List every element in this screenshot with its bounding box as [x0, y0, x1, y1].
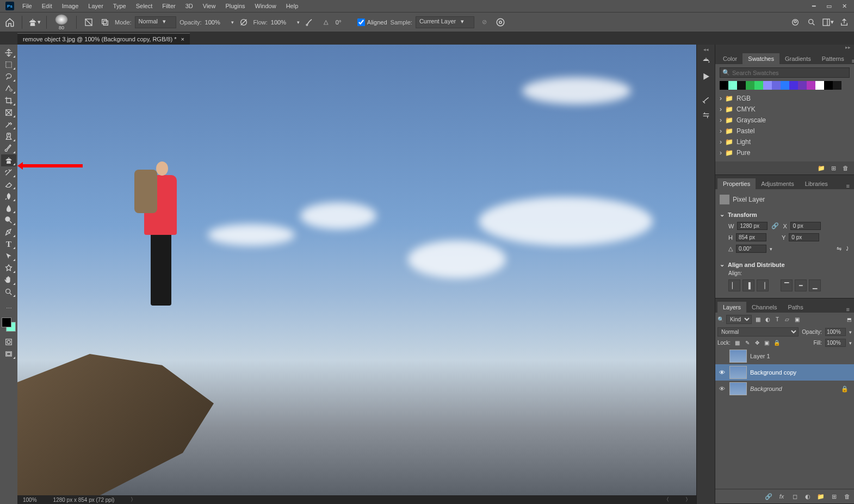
tab-paths[interactable]: Paths — [783, 302, 809, 313]
swatch-search[interactable]: 🔍 — [720, 67, 850, 78]
clone-stamp-tool[interactable] — [1, 154, 16, 166]
home-icon[interactable] — [3, 16, 16, 29]
canvas[interactable] — [17, 45, 696, 495]
layer-opacity-input[interactable] — [825, 328, 846, 336]
dodge-tool[interactable] — [1, 214, 16, 226]
layer-fill-input[interactable] — [825, 339, 846, 347]
eraser-tool[interactable] — [1, 178, 16, 190]
hand-tool[interactable] — [1, 274, 16, 286]
minimize-button[interactable]: ━ — [806, 0, 821, 12]
edit-toolbar-icon[interactable]: ⋯ — [1, 302, 16, 314]
gradient-tool[interactable] — [1, 190, 16, 202]
expand-arrows-icon[interactable]: ▸▸ — [715, 45, 854, 50]
panel-menu-icon[interactable]: ≡ — [844, 183, 852, 189]
opacity-pressure-icon[interactable] — [237, 16, 250, 29]
layer-name[interactable]: Layer 1 — [750, 353, 770, 359]
search-icon[interactable] — [805, 16, 818, 29]
menu-edit[interactable]: Edit — [37, 0, 57, 12]
layer-row[interactable]: 👁Background copy — [715, 364, 854, 381]
filter-smart-icon[interactable]: ▣ — [793, 316, 801, 323]
status-chevron-right2-icon[interactable]: 〉 — [685, 496, 691, 503]
lock-position-icon[interactable]: ✥ — [753, 339, 761, 347]
filter-adjustment-icon[interactable]: ◐ — [764, 316, 771, 323]
panel-menu-icon[interactable]: ≡ — [850, 58, 854, 64]
menu-3d[interactable]: 3D — [181, 0, 198, 12]
pressure-size-icon[interactable] — [494, 16, 507, 29]
menu-view[interactable]: View — [198, 0, 221, 12]
lock-all-icon[interactable]: 🔒 — [773, 339, 781, 347]
swatch-color[interactable] — [754, 81, 763, 90]
foreground-color-swatch[interactable] — [2, 318, 11, 327]
sample-select[interactable]: Current Layer ▾ — [416, 16, 474, 28]
swatch-folder[interactable]: ›📁Pure — [720, 147, 850, 158]
filter-toggle-icon[interactable]: ⬒ — [847, 317, 852, 322]
maximize-button[interactable]: ▭ — [821, 0, 837, 12]
menu-window[interactable]: Window — [250, 0, 281, 12]
panel-menu-icon[interactable]: ≡ — [844, 306, 852, 313]
type-tool[interactable]: T — [1, 238, 16, 250]
chevron-down-icon[interactable]: ⌄ — [720, 211, 725, 218]
adjustment-layer-icon[interactable]: ◐ — [803, 491, 813, 501]
frame-tool[interactable] — [1, 107, 16, 119]
doc-info[interactable]: 1280 px x 854 px (72 ppi) — [53, 497, 115, 503]
tab-patterns[interactable]: Patterns — [816, 53, 850, 64]
layer-mask-icon[interactable]: ◻ — [790, 491, 800, 501]
align-top-icon[interactable]: ▔ — [781, 279, 793, 291]
tab-color[interactable]: Color — [717, 53, 742, 64]
brush-settings-icon[interactable] — [82, 16, 95, 29]
menu-file[interactable]: File — [17, 0, 37, 12]
swatch-color[interactable] — [720, 81, 728, 90]
new-swatch-icon[interactable]: ⊞ — [829, 164, 838, 172]
swatch-folder[interactable]: ›📁Pastel — [720, 126, 850, 136]
zoom-tool[interactable] — [1, 286, 16, 298]
history-panel-icon[interactable] — [698, 70, 714, 83]
zoom-level[interactable]: 100% — [23, 497, 37, 503]
tab-swatches[interactable]: Swatches — [742, 53, 779, 64]
align-middle-icon[interactable]: ━ — [795, 279, 807, 291]
flip-vertical-icon[interactable]: ⤸ — [845, 245, 850, 252]
visibility-toggle[interactable]: 👁 — [717, 385, 726, 392]
link-wh-icon[interactable]: 🔗 — [771, 222, 779, 229]
swatch-search-input[interactable] — [732, 70, 847, 76]
menu-layer[interactable]: Layer — [83, 0, 108, 12]
filter-pixel-icon[interactable]: ▦ — [754, 316, 762, 323]
clone-stamp-tool-icon[interactable]: ▾ — [28, 16, 41, 29]
menu-filter[interactable]: Filter — [157, 0, 180, 12]
brush-tool[interactable] — [1, 142, 16, 154]
layer-group-icon[interactable]: 📁 — [816, 491, 826, 501]
layer-filter-kind[interactable]: Kind — [726, 315, 752, 324]
clone-source-icon[interactable] — [98, 16, 112, 29]
swatch-folder[interactable]: ›📁CMYK — [720, 104, 850, 115]
layer-row[interactable]: 👁Background🔒 — [715, 381, 854, 397]
swatch-color[interactable] — [824, 81, 833, 90]
share-icon[interactable] — [838, 16, 851, 29]
tab-layers[interactable]: Layers — [717, 302, 746, 313]
layer-style-icon[interactable]: fx — [777, 491, 787, 501]
menu-image[interactable]: Image — [57, 0, 84, 12]
aligned-checkbox[interactable] — [357, 18, 365, 26]
tab-libraries[interactable]: Libraries — [800, 178, 833, 189]
swatch-color[interactable] — [789, 81, 798, 90]
lasso-tool[interactable] — [1, 71, 16, 83]
close-window-button[interactable]: ✕ — [837, 0, 852, 12]
lock-transparent-icon[interactable]: ▦ — [734, 339, 741, 347]
filter-type-icon[interactable]: T — [773, 316, 781, 323]
history-brush-tool[interactable] — [1, 166, 16, 178]
airbrush-icon[interactable] — [303, 16, 316, 29]
menu-select[interactable]: Select — [131, 0, 158, 12]
align-bottom-icon[interactable]: ▁ — [809, 279, 821, 291]
tab-channels[interactable]: Channels — [746, 302, 782, 313]
layer-thumbnail[interactable] — [729, 366, 747, 379]
status-chevron-right-icon[interactable]: 〉 — [131, 496, 136, 503]
tab-adjustments[interactable]: Adjustments — [756, 178, 800, 189]
swatch-color[interactable] — [772, 81, 781, 90]
document-tab[interactable]: remove object 3.jpg @ 100% (Background c… — [17, 33, 190, 45]
collapse-arrows-icon[interactable]: ◂◂ — [697, 47, 715, 52]
x-input[interactable] — [790, 222, 821, 230]
pen-tool[interactable] — [1, 226, 16, 238]
tab-properties[interactable]: Properties — [717, 178, 756, 189]
swatch-folder-icon[interactable]: 📁 — [817, 164, 826, 172]
swatch-color[interactable] — [798, 81, 807, 90]
menu-type[interactable]: Type — [108, 0, 131, 12]
align-left-icon[interactable]: ▏ — [728, 279, 740, 291]
